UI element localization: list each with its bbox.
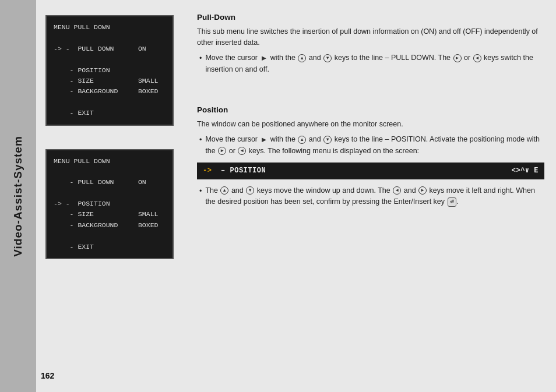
menu-box-2: MENU PULL DOWN - PULL DOWN ON -> - POSIT… bbox=[45, 149, 174, 260]
right-panel: Pull-Down This sub menu line switches th… bbox=[197, 10, 544, 382]
section1-bullet1-text: Move the cursor ► with the ▴ and ▾ keys … bbox=[205, 52, 544, 76]
right-key-3: ► bbox=[418, 186, 427, 195]
section2-bullet1: • Move the cursor ► with the ▴ and ▾ key… bbox=[199, 134, 544, 157]
menu1-spacer3 bbox=[54, 97, 166, 108]
enter-key-icon: ⏎ bbox=[448, 197, 456, 207]
menu2-line4: - SIZE SMALL bbox=[54, 209, 166, 220]
section1-para1: This sub menu line switches the insertio… bbox=[197, 26, 544, 49]
section2-bullet2: • The ▴ and ▾ keys move the window up an… bbox=[199, 185, 544, 208]
section-pulldown: Pull-Down This sub menu line switches th… bbox=[197, 13, 544, 77]
position-bar: -> – POSITION <>^∨ E bbox=[197, 163, 544, 179]
up-key-3: ▴ bbox=[220, 186, 228, 195]
section1-bullet1: • Move the cursor ► with the ▴ and ▾ key… bbox=[199, 52, 544, 76]
menu2-spacer1 bbox=[54, 167, 166, 177]
menu2-line3: -> - POSITION bbox=[54, 199, 166, 209]
section1-title: Pull-Down bbox=[197, 13, 544, 22]
position-bar-keys: <>^∨ E bbox=[512, 165, 539, 176]
bullet-dot-2: • bbox=[199, 135, 202, 157]
section2-para1: The window can be positioned anywhere on… bbox=[197, 119, 544, 130]
up-key-1: ▴ bbox=[298, 54, 306, 62]
position-bar-label: – POSITION bbox=[216, 165, 266, 176]
section1-body: This sub menu line switches the insertio… bbox=[197, 26, 544, 75]
menu1-spacer2 bbox=[54, 54, 166, 65]
main-content: MENU PULL DOWN -> - PULL DOWN ON - POSIT… bbox=[36, 0, 556, 392]
down-key-2: ▾ bbox=[323, 136, 332, 144]
section2-body: The window can be positioned anywhere on… bbox=[197, 119, 544, 207]
menu2-spacer2 bbox=[54, 188, 166, 199]
bullet-dot-1: • bbox=[199, 53, 202, 76]
left-panel: MENU PULL DOWN -> - PULL DOWN ON - POSIT… bbox=[45, 10, 185, 382]
page-number: 162 bbox=[41, 371, 54, 380]
left-key-1: ◄ bbox=[473, 54, 481, 62]
left-key-3: ◄ bbox=[393, 186, 401, 195]
divider bbox=[197, 88, 544, 105]
sidebar: Video-Assist-System bbox=[0, 0, 36, 392]
section2-title: Position bbox=[197, 105, 544, 114]
menu1-line1: MENU PULL DOWN bbox=[54, 22, 166, 33]
section2-bullet1-text: Move the cursor ► with the ▴ and ▾ keys … bbox=[205, 134, 544, 157]
menu-box-1: MENU PULL DOWN -> - PULL DOWN ON - POSIT… bbox=[45, 15, 174, 126]
section2-bullets2: • The ▴ and ▾ keys move the window up an… bbox=[197, 185, 544, 208]
menu1-line4: - SIZE SMALL bbox=[54, 76, 166, 86]
right-key-1: ► bbox=[453, 54, 462, 62]
menu1-line3: - POSITION bbox=[54, 65, 166, 76]
down-key-3: ▾ bbox=[246, 186, 254, 195]
menu1-spacer1 bbox=[54, 33, 166, 43]
section-position: Position The window can be positioned an… bbox=[197, 105, 544, 210]
menu2-spacer3 bbox=[54, 231, 166, 241]
menu2-line2: - PULL DOWN ON bbox=[54, 177, 166, 188]
menu1-line6: - EXIT bbox=[54, 108, 166, 118]
bullet-dot-3: • bbox=[199, 186, 202, 208]
position-bar-arrow: -> bbox=[203, 165, 212, 176]
menu2-line5: - BACKGROUND BOXED bbox=[54, 220, 166, 231]
sidebar-label: Video-Assist-System bbox=[12, 136, 24, 257]
menu1-line2: -> - PULL DOWN ON bbox=[54, 44, 166, 54]
left-key-2: ◄ bbox=[238, 147, 246, 155]
menu1-line5: - BACKGROUND BOXED bbox=[54, 86, 166, 97]
section2-bullets: • Move the cursor ► with the ▴ and ▾ key… bbox=[197, 134, 544, 157]
section1-bullets: • Move the cursor ► with the ▴ and ▾ key… bbox=[197, 52, 544, 76]
right-key-2: ► bbox=[218, 147, 226, 155]
up-key-2: ▴ bbox=[298, 136, 306, 144]
menu2-line6: - EXIT bbox=[54, 242, 166, 252]
cursor-arrow-right-1: ► bbox=[260, 52, 268, 64]
cursor-arrow-right-2: ► bbox=[260, 134, 268, 146]
menu2-line1: MENU PULL DOWN bbox=[54, 156, 166, 167]
section2-bullet2-text: The ▴ and ▾ keys move the window up and … bbox=[205, 185, 544, 208]
down-key-1: ▾ bbox=[323, 54, 332, 62]
